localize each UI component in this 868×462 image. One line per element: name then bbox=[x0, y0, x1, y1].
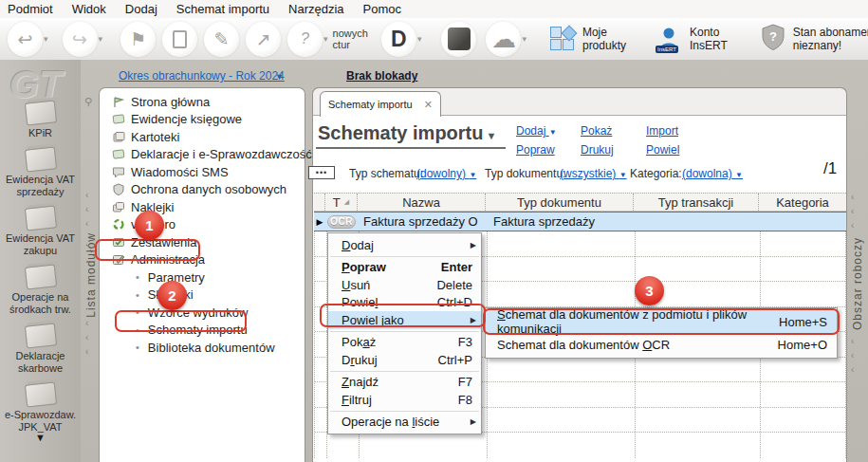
subscription-status[interactable]: ? Stan abonamentu nieznany! bbox=[760, 23, 868, 55]
step-badge-2: 2 bbox=[157, 281, 187, 310]
help-dropdown-icon[interactable]: ▾ bbox=[323, 34, 328, 44]
filter-typ-schematu-value[interactable]: (dowolny) ▼ bbox=[416, 167, 476, 180]
menu-narzedzia[interactable]: Narzędzia bbox=[288, 2, 344, 16]
context-menu-item-usun[interactable]: Usuń Delete bbox=[328, 276, 481, 294]
fixed-assets-icon bbox=[24, 264, 56, 289]
sidebar-module-operacje-srodki-trwale[interactable]: Operacje na środkach trw. bbox=[0, 266, 81, 316]
card-index-icon bbox=[112, 131, 125, 143]
menu-pomoc[interactable]: Pomoc bbox=[363, 2, 401, 16]
link-import[interactable]: Import bbox=[646, 124, 678, 138]
d-dropdown-icon[interactable]: ▾ bbox=[417, 34, 422, 44]
filter-dropdown-icon: ▼ bbox=[735, 171, 743, 179]
link-pokaz[interactable]: Pokaż bbox=[581, 124, 612, 138]
table-header: T◢ Nazwa Typ dokumentu Typ transakcji Ka… bbox=[314, 193, 846, 212]
help-bubble-button[interactable]: ? bbox=[287, 22, 323, 57]
filter-dropdown-icon: ▼ bbox=[469, 171, 476, 179]
new-document-button[interactable] bbox=[162, 22, 197, 57]
context-menu-item-pokaz[interactable]: Pokaż F3 bbox=[328, 334, 481, 352]
link-drukuj[interactable]: Drukuj bbox=[581, 143, 614, 157]
menu-dodaj[interactable]: Dodaj bbox=[125, 2, 157, 16]
back-dropdown-icon[interactable]: ▾ bbox=[44, 34, 48, 44]
context-menu-item-znajdz[interactable]: Znajdź F7 bbox=[328, 374, 481, 392]
d-button[interactable]: D bbox=[381, 22, 416, 57]
menu-bar: Podmiot Widok Dodaj Schemat importu Narz… bbox=[0, 0, 868, 18]
tab-schematy-importu[interactable]: Schematy importu ✕ bbox=[320, 91, 441, 117]
application-window: Podmiot Widok Dodaj Schemat importu Narz… bbox=[0, 0, 868, 462]
tab-close-icon[interactable]: ✕ bbox=[424, 99, 433, 111]
sms-icon bbox=[112, 166, 125, 178]
forward-button[interactable]: ↪ bbox=[63, 22, 98, 57]
context-menu: Dodaj ▶ Popraw Enter Usuń Delete Powiel … bbox=[327, 232, 482, 434]
tree-item-naklejki[interactable]: Naklejki bbox=[100, 198, 305, 216]
blank-page-icon bbox=[173, 30, 187, 48]
link-dodaj[interactable]: Dodaj ▼ bbox=[516, 124, 557, 138]
highlight-box-submenu-item bbox=[483, 308, 840, 335]
lock-status-link[interactable]: Brak blokady bbox=[346, 69, 417, 83]
sidebar-module-ewidencja-vat-sprzedazy[interactable]: Ewidencja VAT sprzedaży bbox=[0, 148, 81, 198]
cell-kategoria bbox=[759, 213, 846, 231]
tree-item-deklaracje[interactable]: Deklaracje i e-Sprawozdawczość bbox=[100, 146, 305, 164]
workspace-strip[interactable]: ‹ ‹ ‹ Obszar roboczy ‹ ‹ ‹ bbox=[847, 87, 868, 462]
menu-schemat-importu[interactable]: Schemat importu bbox=[176, 2, 269, 16]
tree-item-ochrona-danych[interactable]: Ochrona danych osobowych bbox=[100, 181, 305, 199]
link-popraw[interactable]: Popraw bbox=[516, 143, 555, 157]
filter-typ-dokumentu-value[interactable]: (wszystkie) ▼ bbox=[560, 167, 627, 180]
menu-podmiot[interactable]: Podmiot bbox=[8, 2, 53, 16]
context-menu-item-popraw[interactable]: Popraw Enter bbox=[328, 259, 481, 277]
jpk-vat-icon bbox=[24, 381, 56, 407]
filter-kategoria-value[interactable]: (dowolna) ▼ bbox=[682, 167, 743, 180]
context-menu-item-drukuj[interactable]: Drukuj Ctrl+P bbox=[328, 351, 481, 369]
chevron-left-icon: ‹ bbox=[851, 336, 854, 346]
sidebar-module-ewidencja-vat-zakupu[interactable]: Ewidencja VAT zakupu bbox=[0, 207, 81, 257]
tree-item-vendero[interactable]: vendero bbox=[100, 216, 305, 234]
link-powiel[interactable]: Powiel bbox=[646, 143, 679, 157]
flag-button[interactable]: ⚑ bbox=[120, 22, 156, 57]
tree-item-kartoteki[interactable]: Kartoteki bbox=[100, 128, 305, 146]
context-menu-item-operacje-na-liscie[interactable]: Operacje na liście ▶ bbox=[328, 414, 481, 432]
tree-item-ewidencje-ksiegowe[interactable]: Ewidencje księgowe bbox=[100, 111, 305, 129]
column-header-typ-dokumentu[interactable]: Typ dokumentu bbox=[486, 194, 634, 211]
period-link[interactable]: Okres obrachunkowy - Rok 2024 bbox=[119, 69, 285, 83]
period-dropdown-icon[interactable]: ▼ bbox=[275, 72, 284, 82]
konto-insert-button[interactable]: InsERT Konto InsERT bbox=[655, 25, 728, 53]
home-flag-icon bbox=[112, 96, 125, 108]
sidebar-module-kpir[interactable]: KPiR bbox=[0, 102, 81, 139]
vat-sales-icon bbox=[24, 146, 56, 172]
pin-icon[interactable]: ⚲ bbox=[84, 96, 92, 108]
context-menu-item-dodaj[interactable]: Dodaj ▶ bbox=[328, 236, 481, 254]
page-title[interactable]: Schematy importu▼ bbox=[316, 122, 506, 149]
tree-item-slowniki[interactable]: • Słowniki bbox=[100, 286, 305, 305]
module-list-strip[interactable]: ⚲ ‹ ‹ ‹ Lista modułów ‹ ‹ ‹ bbox=[82, 60, 99, 462]
module-sidebar: GT KPiR Ewidencja VAT sprzedaży Ewidencj… bbox=[0, 60, 81, 462]
insert-badge: InsERT bbox=[656, 46, 678, 53]
edit-document-button[interactable]: ✎ bbox=[204, 22, 239, 57]
tree-item-parametry[interactable]: • Parametry bbox=[100, 268, 305, 286]
context-menu-item-filtruj[interactable]: Filtruj F8 bbox=[328, 391, 481, 409]
cell-typ-transakcji bbox=[634, 213, 759, 231]
cloud-button[interactable]: ☁ bbox=[486, 22, 521, 57]
title-dropdown-icon[interactable]: ▼ bbox=[486, 130, 496, 141]
column-header-nazwa[interactable]: Nazwa bbox=[358, 194, 486, 211]
more-modules-icon[interactable]: ▼ bbox=[0, 432, 81, 443]
column-header-typ-transakcji[interactable]: Typ transakcji bbox=[634, 194, 759, 211]
back-button[interactable]: ↩ bbox=[8, 22, 43, 57]
moje-produkty-button[interactable]: Moje produkty bbox=[550, 26, 626, 52]
more-options-button[interactable]: ••• bbox=[308, 166, 335, 179]
dodaj-dropdown-icon: ▼ bbox=[549, 128, 557, 137]
cloud-dropdown-icon[interactable]: ▾ bbox=[522, 34, 526, 44]
forward-dropdown-icon[interactable]: ▾ bbox=[99, 34, 103, 44]
sidebar-module-deklaracje-skarbowe[interactable]: Deklaracje skarbowe bbox=[0, 324, 81, 375]
column-header-t[interactable]: T◢ bbox=[325, 194, 358, 211]
import-document-button[interactable]: ↗ bbox=[246, 22, 281, 57]
tree-item-strona-glowna[interactable]: Strona główna bbox=[100, 93, 305, 111]
menu-widok[interactable]: Widok bbox=[72, 2, 106, 16]
submenu-item-schemat-ocr[interactable]: Schemat dla dokumentów OCR Home+O bbox=[486, 333, 837, 356]
products-squares-icon bbox=[550, 27, 576, 52]
submenu-arrow-icon: ▶ bbox=[471, 241, 476, 249]
tree-item-biblioteka-dokumentow[interactable]: • Biblioteka dokumentów bbox=[100, 339, 305, 357]
column-header-kategoria[interactable]: Kategoria bbox=[759, 194, 846, 211]
sidebar-module-jpk-vat[interactable]: e-Sprawozdaw. JPK_VAT bbox=[0, 383, 81, 434]
cube-button[interactable] bbox=[441, 22, 476, 57]
table-row[interactable]: ▶ OCR Faktura sprzedaży O Faktura sprzed… bbox=[314, 212, 846, 231]
tree-item-wiadomosci-sms[interactable]: Wiadomości SMS bbox=[100, 163, 305, 181]
